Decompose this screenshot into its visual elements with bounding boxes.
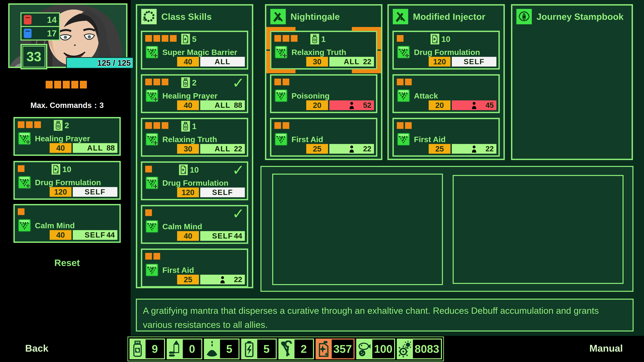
card-bottom-row: 2522 [429, 144, 496, 154]
back-button[interactable]: Back [25, 343, 48, 354]
cost-pips [145, 79, 168, 85]
skill-card[interactable]: First Aid2522 [270, 118, 377, 157]
target-value: 22 [486, 145, 494, 153]
inventory-item-gears[interactable]: 8083 [397, 339, 442, 359]
blue-book-icon [24, 29, 32, 38]
skill-name: Drug Formulation [414, 48, 480, 57]
card-mid-row: First Aid [146, 264, 244, 276]
skill-card[interactable]: First Aid2522 [141, 249, 248, 287]
cost-pips [145, 166, 152, 172]
card-mid-row: Healing Prayer [18, 132, 117, 145]
skill-icon [146, 220, 158, 233]
level-value: 33 [26, 49, 42, 64]
item-count: 5 [220, 340, 238, 358]
medicine-jar-icon [310, 34, 319, 44]
crossed-weapons-icon [393, 9, 408, 24]
cost-pip [145, 79, 152, 85]
uses-counter: 5 [181, 34, 196, 44]
skill-icon [146, 89, 158, 102]
stampbook-emblem-icon [516, 9, 532, 24]
skill-card[interactable]: First Aid2522 [392, 118, 500, 157]
prayer-beads-icon [141, 9, 157, 24]
target-box: ALL88 [73, 143, 118, 153]
cost-pips [145, 35, 176, 42]
description-panel: A gratifying mantra that disperses a cur… [136, 299, 634, 332]
manual-button[interactable]: Manual [589, 343, 623, 354]
skill-card[interactable]: 10✓Drug Formulation120SELF [141, 161, 248, 200]
target-value: 22 [363, 145, 371, 153]
inventory-item-skill-card[interactable]: 357 [316, 339, 354, 359]
target-box: 22 [200, 275, 245, 284]
skill-card[interactable]: 10Drug Formulation120SELF [14, 161, 121, 200]
cost-value-box: 25 [429, 144, 450, 154]
inventory-item-tools[interactable]: 2 [278, 339, 314, 359]
target-label: SELF [85, 231, 106, 239]
skill-name: Poisoning [292, 91, 330, 100]
card-top-row [274, 121, 374, 132]
card-top-row [274, 78, 374, 89]
skill-card[interactable]: Calm Mind40SELF44 [14, 204, 121, 243]
card-bottom-row: 120SELF [50, 187, 118, 197]
card-bottom-row: 40ALL88 [50, 143, 118, 153]
empty-slot-left[interactable] [272, 174, 443, 285]
stampbook-header: Journey Stampbook [516, 9, 624, 24]
uses-count: 10 [62, 165, 71, 174]
cost-value-box: 25 [177, 275, 199, 284]
skill-card[interactable]: 2Healing Prayer40ALL88 [14, 117, 121, 156]
card-top-row: 10✓ [145, 165, 244, 176]
powder-icon [204, 340, 220, 358]
cost-pips [18, 121, 41, 128]
skill-card[interactable]: 10Drug Formulation120SELF [392, 31, 500, 69]
inventory-item-battery[interactable]: 5 [241, 339, 277, 359]
skill-card[interactable]: 1Relaxing Truth30ALL22 [141, 118, 248, 157]
cost-pip [397, 35, 404, 42]
cost-pip [145, 166, 152, 172]
cost-pip [397, 122, 404, 129]
reset-button[interactable]: Reset [14, 257, 121, 268]
card-mid-row: Healing Prayer [146, 89, 244, 102]
card-mid-row: Attack [397, 89, 496, 102]
item-count: 9 [146, 340, 164, 358]
inventory-item-medicine-bottle[interactable]: 9 [130, 339, 165, 359]
target-box: SELF44 [200, 231, 245, 241]
skill-card[interactable]: 2✓Healing Prayer40ALL88 [141, 74, 248, 113]
medicine-bottle-icon [130, 340, 146, 358]
card-top-row: 2 [18, 120, 117, 131]
target-label: ALL [215, 145, 230, 153]
item-count: 0 [183, 340, 201, 358]
person-icon [349, 145, 354, 153]
skill-card[interactable]: Attack2045 [392, 74, 500, 113]
red-book-row: 14 [22, 13, 59, 26]
card-bottom-row: 40SELF44 [177, 231, 245, 241]
target-label: ALL [87, 144, 103, 152]
skill-icon [275, 133, 288, 146]
skill-card[interactable]: 1Relaxing Truth30ALL22 [270, 31, 377, 69]
skill-icon [397, 89, 410, 102]
cost-pip [291, 35, 298, 42]
card-bottom-row: 30ALL22 [177, 144, 245, 154]
inventory-item-fish[interactable]: 100 [356, 339, 395, 359]
card-top-row: ✓ [145, 208, 244, 219]
cost-pip [145, 35, 152, 42]
skill-name: First Aid [162, 266, 194, 275]
plus-icon [153, 96, 158, 102]
cost-pips [274, 122, 289, 129]
skill-card[interactable]: 5Super Magic Barrier40ALL [141, 31, 248, 69]
empty-slot-right[interactable] [453, 175, 624, 284]
cost-pip [282, 79, 289, 85]
cost-pips [18, 208, 24, 215]
cost-value-box: 40 [177, 100, 199, 110]
cost-pip [145, 122, 152, 129]
target-box: 52 [330, 100, 374, 110]
skill-card[interactable]: ✓Calm Mind40SELF44 [141, 205, 248, 244]
blue-book-row: 17 [22, 26, 59, 39]
skill-card[interactable]: Poisoning2052 [270, 74, 377, 113]
inventory-item-bullet[interactable]: 0 [167, 339, 202, 359]
inventory-item-powder[interactable]: 5 [204, 339, 240, 359]
card-bottom-row: 2045 [429, 100, 496, 110]
cost-value-box: 40 [50, 230, 72, 240]
target-value: 44 [234, 232, 242, 240]
gears-icon [397, 340, 413, 358]
cost-pip [34, 121, 41, 128]
stampbook-title: Journey Stampbook [536, 11, 624, 22]
